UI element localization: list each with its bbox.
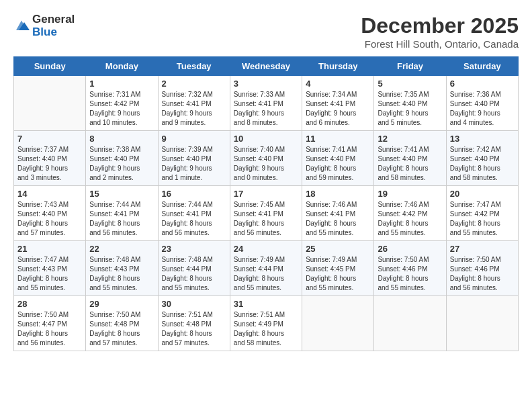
day-number: 18 [306,189,370,199]
calendar-cell: 3Sunrise: 7:33 AM Sunset: 4:41 PM Daylig… [230,76,302,131]
header: General Blue December 2025 Forest Hill S… [13,13,519,50]
cell-info: Sunrise: 7:31 AM Sunset: 4:42 PM Dayligh… [89,90,154,128]
calendar-cell: 27Sunrise: 7:50 AM Sunset: 4:46 PM Dayli… [446,241,518,296]
day-number: 31 [234,299,298,309]
day-number: 25 [306,244,370,254]
day-number: 6 [450,79,515,89]
calendar-cell: 26Sunrise: 7:50 AM Sunset: 4:46 PM Dayli… [374,241,446,296]
calendar-cell: 28Sunrise: 7:50 AM Sunset: 4:47 PM Dayli… [14,296,86,351]
cell-info: Sunrise: 7:50 AM Sunset: 4:48 PM Dayligh… [89,310,154,348]
title-area: December 2025 Forest Hill South, Ontario… [361,13,519,50]
day-number: 29 [89,299,154,309]
calendar-cell: 23Sunrise: 7:48 AM Sunset: 4:44 PM Dayli… [158,241,230,296]
day-number: 5 [378,79,442,89]
day-number: 15 [89,189,154,199]
cell-info: Sunrise: 7:37 AM Sunset: 4:40 PM Dayligh… [17,145,82,183]
calendar-cell: 13Sunrise: 7:42 AM Sunset: 4:40 PM Dayli… [446,131,518,186]
header-friday: Friday [374,57,446,76]
cell-info: Sunrise: 7:42 AM Sunset: 4:40 PM Dayligh… [450,145,515,183]
day-number: 27 [450,244,515,254]
calendar-cell: 30Sunrise: 7:51 AM Sunset: 4:48 PM Dayli… [158,296,230,351]
cell-info: Sunrise: 7:46 AM Sunset: 4:41 PM Dayligh… [306,200,370,238]
day-number: 19 [378,189,442,199]
cell-info: Sunrise: 7:49 AM Sunset: 4:44 PM Dayligh… [234,255,298,293]
calendar-cell: 12Sunrise: 7:41 AM Sunset: 4:40 PM Dayli… [374,131,446,186]
header-wednesday: Wednesday [230,57,302,76]
calendar-header-row: SundayMondayTuesdayWednesdayThursdayFrid… [14,57,519,76]
calendar-week-4: 21Sunrise: 7:47 AM Sunset: 4:43 PM Dayli… [14,241,519,296]
logo-text-blue: Blue [32,26,75,39]
cell-info: Sunrise: 7:34 AM Sunset: 4:41 PM Dayligh… [306,90,370,128]
day-number: 1 [89,79,154,89]
cell-info: Sunrise: 7:35 AM Sunset: 4:40 PM Dayligh… [378,90,442,128]
calendar-cell [374,296,446,351]
cell-info: Sunrise: 7:45 AM Sunset: 4:41 PM Dayligh… [234,200,298,238]
calendar-cell: 25Sunrise: 7:49 AM Sunset: 4:45 PM Dayli… [302,241,374,296]
day-number: 22 [89,244,154,254]
cell-info: Sunrise: 7:47 AM Sunset: 4:42 PM Dayligh… [450,200,515,238]
day-number: 23 [162,244,226,254]
header-sunday: Sunday [14,57,86,76]
main-title: December 2025 [361,13,519,38]
cell-info: Sunrise: 7:50 AM Sunset: 4:47 PM Dayligh… [17,310,82,348]
calendar-cell: 22Sunrise: 7:48 AM Sunset: 4:43 PM Dayli… [86,241,158,296]
cell-info: Sunrise: 7:46 AM Sunset: 4:42 PM Dayligh… [378,200,442,238]
cell-info: Sunrise: 7:50 AM Sunset: 4:46 PM Dayligh… [450,255,515,293]
calendar-cell: 7Sunrise: 7:37 AM Sunset: 4:40 PM Daylig… [14,131,86,186]
day-number: 13 [450,134,515,144]
day-number: 30 [162,299,226,309]
day-number: 28 [17,299,82,309]
cell-info: Sunrise: 7:39 AM Sunset: 4:40 PM Dayligh… [162,145,226,183]
day-number: 3 [234,79,298,89]
calendar-cell: 6Sunrise: 7:36 AM Sunset: 4:40 PM Daylig… [446,76,518,131]
cell-info: Sunrise: 7:51 AM Sunset: 4:48 PM Dayligh… [162,310,226,348]
calendar-cell [302,296,374,351]
calendar-cell: 8Sunrise: 7:38 AM Sunset: 4:40 PM Daylig… [86,131,158,186]
cell-info: Sunrise: 7:41 AM Sunset: 4:40 PM Dayligh… [306,145,370,183]
calendar-cell [446,296,518,351]
logo-icon [13,19,30,33]
header-tuesday: Tuesday [158,57,230,76]
day-number: 11 [306,134,370,144]
cell-info: Sunrise: 7:44 AM Sunset: 4:41 PM Dayligh… [162,200,226,238]
day-number: 7 [17,134,82,144]
calendar-cell: 29Sunrise: 7:50 AM Sunset: 4:48 PM Dayli… [86,296,158,351]
day-number: 26 [378,244,442,254]
calendar-week-1: 1Sunrise: 7:31 AM Sunset: 4:42 PM Daylig… [14,76,519,131]
cell-info: Sunrise: 7:43 AM Sunset: 4:40 PM Dayligh… [17,200,82,238]
cell-info: Sunrise: 7:49 AM Sunset: 4:45 PM Dayligh… [306,255,370,293]
day-number: 10 [234,134,298,144]
calendar-cell: 15Sunrise: 7:44 AM Sunset: 4:41 PM Dayli… [86,186,158,241]
day-number: 4 [306,79,370,89]
cell-info: Sunrise: 7:32 AM Sunset: 4:41 PM Dayligh… [162,90,226,128]
cell-info: Sunrise: 7:48 AM Sunset: 4:43 PM Dayligh… [89,255,154,293]
day-number: 8 [89,134,154,144]
calendar-cell: 4Sunrise: 7:34 AM Sunset: 4:41 PM Daylig… [302,76,374,131]
calendar-cell: 11Sunrise: 7:41 AM Sunset: 4:40 PM Dayli… [302,131,374,186]
day-number: 2 [162,79,226,89]
logo: General Blue [13,13,75,38]
calendar-cell: 31Sunrise: 7:51 AM Sunset: 4:49 PM Dayli… [230,296,302,351]
header-monday: Monday [86,57,158,76]
cell-info: Sunrise: 7:40 AM Sunset: 4:40 PM Dayligh… [234,145,298,183]
calendar-cell: 21Sunrise: 7:47 AM Sunset: 4:43 PM Dayli… [14,241,86,296]
header-saturday: Saturday [446,57,518,76]
subtitle: Forest Hill South, Ontario, Canada [361,38,519,50]
cell-info: Sunrise: 7:36 AM Sunset: 4:40 PM Dayligh… [450,90,515,128]
calendar-week-2: 7Sunrise: 7:37 AM Sunset: 4:40 PM Daylig… [14,131,519,186]
day-number: 14 [17,189,82,199]
calendar-week-5: 28Sunrise: 7:50 AM Sunset: 4:47 PM Dayli… [14,296,519,351]
calendar-cell: 5Sunrise: 7:35 AM Sunset: 4:40 PM Daylig… [374,76,446,131]
day-number: 21 [17,244,82,254]
calendar-cell: 17Sunrise: 7:45 AM Sunset: 4:41 PM Dayli… [230,186,302,241]
cell-info: Sunrise: 7:51 AM Sunset: 4:49 PM Dayligh… [234,310,298,348]
day-number: 16 [162,189,226,199]
day-number: 12 [378,134,442,144]
cell-info: Sunrise: 7:38 AM Sunset: 4:40 PM Dayligh… [89,145,154,183]
calendar-cell: 1Sunrise: 7:31 AM Sunset: 4:42 PM Daylig… [86,76,158,131]
calendar-cell: 18Sunrise: 7:46 AM Sunset: 4:41 PM Dayli… [302,186,374,241]
calendar-table: SundayMondayTuesdayWednesdayThursdayFrid… [13,56,519,351]
calendar-cell: 14Sunrise: 7:43 AM Sunset: 4:40 PM Dayli… [14,186,86,241]
cell-info: Sunrise: 7:41 AM Sunset: 4:40 PM Dayligh… [378,145,442,183]
day-number: 9 [162,134,226,144]
